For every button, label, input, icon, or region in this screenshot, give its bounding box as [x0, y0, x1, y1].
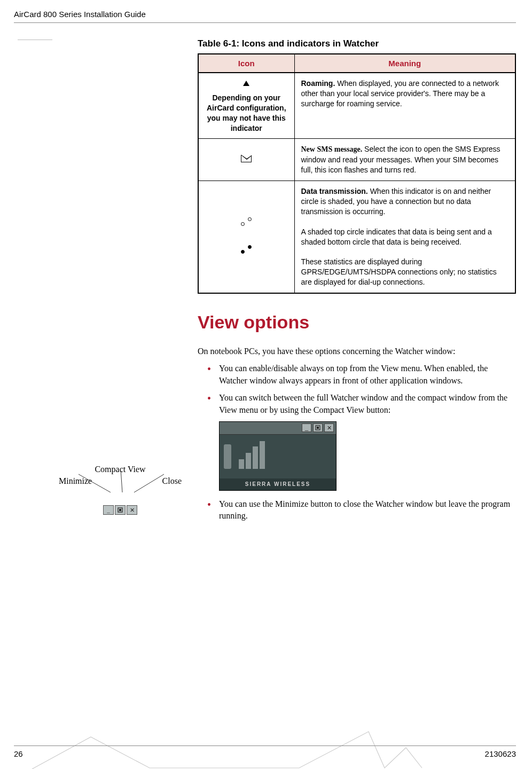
table-row: New SMS message. Select the icon to open… [198, 139, 515, 181]
list-item: You can switch between the full Watcher … [210, 392, 516, 416]
minimize-button-image: _ [302, 423, 311, 432]
icon-cell-data [198, 181, 294, 293]
roaming-bold: Roaming. [301, 79, 335, 88]
table-row: Data transmission. When this indicator i… [198, 181, 515, 293]
data-p2: A shaded top circle indicates that data … [301, 227, 492, 246]
page-header: AirCard 800 Series Installation Guide [14, 10, 146, 19]
doc-number: 2130623 [485, 749, 516, 758]
roaming-triangle-icon [243, 81, 249, 86]
sidebar-annotation: Compact View Minimize Close _ ✕ [53, 465, 187, 515]
minimize-icon: _ [103, 505, 114, 515]
compact-view-icon [115, 505, 126, 515]
main-content: Table 6-1: Icons and indicators in Watch… [198, 38, 516, 528]
compact-view-button-image [313, 423, 323, 432]
svg-line-3 [120, 471, 122, 492]
close-icon: ✕ [127, 505, 137, 515]
svg-rect-6 [119, 509, 121, 511]
svg-rect-1 [317, 427, 319, 429]
data-p3: These statistics are displayed during GP… [301, 257, 497, 286]
col-icon: Icon [198, 54, 294, 73]
svg-line-4 [134, 474, 164, 492]
icons-table: Icon Meaning Depending on your AirCard c… [198, 53, 516, 294]
footer-wave-decoration [0, 721, 532, 769]
intro-paragraph: On notebook PCs, you have these options … [198, 346, 516, 357]
table-title: Table 6-1: Icons and indicators in Watch… [198, 38, 516, 49]
data-circles-filled-icon [241, 245, 252, 254]
section-heading-view-options: View options [198, 312, 516, 333]
list-item: You can use the Minimize button to close… [210, 498, 516, 522]
window-buttons-diagram: _ ✕ [53, 505, 187, 515]
bullet-list-after: You can use the Minimize button to close… [198, 498, 516, 522]
envelope-icon [241, 155, 252, 162]
svg-line-2 [79, 474, 111, 492]
side-box-decoration [18, 37, 52, 40]
icon-cell-roaming: Depending on your AirCard configuration,… [198, 73, 294, 139]
data-bold: Data transmission. [301, 187, 368, 195]
sms-bold: New SMS message. [301, 145, 363, 153]
col-meaning: Meaning [294, 54, 515, 73]
data-circles-empty-icon [241, 217, 252, 226]
meaning-cell-roaming: Roaming. When displayed, you are connect… [294, 73, 515, 139]
bullet-list: You can enable/disable always on top fro… [198, 363, 516, 416]
meaning-cell-sms: New SMS message. Select the icon to open… [294, 139, 515, 181]
signal-bars-icon [239, 439, 265, 469]
close-button-image: ✕ [324, 423, 334, 432]
phone-icon [224, 444, 231, 469]
table-row: Depending on your AirCard configuration,… [198, 73, 515, 139]
list-item: You can enable/disable always on top fro… [210, 363, 516, 387]
callout-lines-icon [57, 471, 185, 496]
roaming-icon-caption: Depending on your AirCard configuration,… [205, 93, 288, 134]
page-number: 26 [14, 749, 23, 758]
header-rule [14, 22, 516, 23]
compact-window-screenshot: _ ✕ SIERRA WIRELESS [219, 421, 337, 491]
page-footer: 26 2130623 [14, 746, 516, 758]
icon-cell-sms [198, 139, 294, 181]
meaning-cell-data: Data transmission. When this indicator i… [294, 181, 515, 293]
brand-footer: SIERRA WIRELESS [220, 478, 336, 490]
